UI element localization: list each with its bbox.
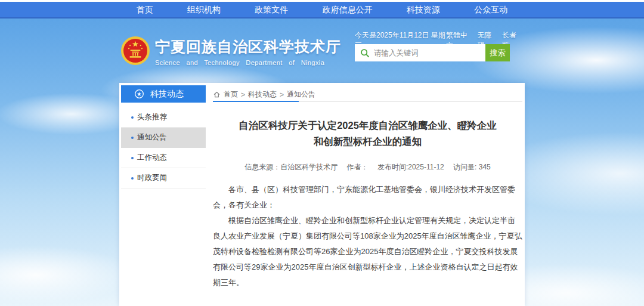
search-box [355,44,485,61]
breadcrumb-separator: > [241,91,245,99]
sidebar-section-title[interactable]: 科技动态 [121,85,206,103]
bullet-dot-icon [131,116,134,119]
article-paragraph: 根据自治区雏鹰企业、瞪羚企业和创新型标杆企业认定管理有关规定，决定认定半亩良人农… [213,213,522,290]
sidebar-title-label: 科技动态 [150,89,184,100]
sidebar: 科技动态 头条推荐 通知公告 工作动态 时政要闻 [121,85,206,188]
meta-publish-time: 发布时间:2025-11-12 [377,163,444,171]
site-logo-link[interactable]: 宁夏回族自治区科学技术厅 Science and Technology Depa… [120,36,341,66]
bullet-dot-icon [131,157,134,159]
meta-source: 信息来源：自治区科学技术厅 [244,163,338,171]
site-title: 宁夏回族自治区科学技术厅 [155,38,341,55]
sidebar-item-work-updates[interactable]: 工作动态 [121,148,206,168]
nav-item-public-interaction[interactable]: 公众互动 [474,5,507,16]
search-icon [360,48,370,58]
meta-author: 作者： [347,163,369,171]
article-title: 自治区科技厅关于认定2025年度自治区雏鹰企业、瞪羚企业 和创新型标杆企业的通知 [213,118,522,150]
page: 首页 组织机构 政策文件 政府信息公开 科技资源 公众互动 宁夏回族自治 [0,0,644,306]
nav-item-gov-info-disclosure[interactable]: 政府信息公开 [323,5,373,16]
sidebar-item-notices[interactable]: 通知公告 [121,128,206,148]
content-card: 科技动态 头条推荐 通知公告 工作动态 时政要闻 [119,83,525,306]
breadcrumb-separator: > [280,91,284,99]
breadcrumb-notices[interactable]: 通知公告 [287,89,315,100]
article-meta: 信息来源：自治区科学技术厅 作者： 发布时间:2025-11-12 访问量: 3… [213,162,522,172]
top-navigation: 首页 组织机构 政策文件 政府信息公开 科技资源 公众互动 [0,2,644,18]
main-content: 首页 > 科技动态 > 通知公告 自治区科技厅关于认定2025年度自治区雏鹰企业… [213,88,522,306]
search-input[interactable] [374,45,485,61]
sidebar-item-political-news[interactable]: 时政要闻 [121,168,206,188]
sidebar-item-label: 时政要闻 [137,173,167,183]
bullet-dot-icon [131,137,134,139]
nav-item-home[interactable]: 首页 [137,5,153,16]
nav-item-sci-tech-resources[interactable]: 科技资源 [407,5,440,16]
article-paragraph: 各市、县（区）科技管理部门，宁东能源化工基地管委会，银川经济技术开发区管委会，各… [213,182,522,213]
sidebar-menu: 头条推荐 通知公告 工作动态 时政要闻 [121,107,206,188]
star-circle-icon [134,89,144,99]
bullet-dot-icon [131,177,134,180]
nav-item-organization[interactable]: 组织机构 [187,5,221,16]
site-subtitle: Science and Technology Department of Nin… [155,59,341,66]
sidebar-item-label: 头条推荐 [137,112,167,122]
breadcrumb: 首页 > 科技动态 > 通知公告 [213,88,522,102]
sidebar-item-label: 工作动态 [137,153,167,163]
article-title-line2: 和创新型标杆企业的通知 [213,134,522,150]
breadcrumb-home[interactable]: 首页 [224,89,238,100]
nav-item-policy-documents[interactable]: 政策文件 [255,5,288,16]
article-title-line1: 自治区科技厅关于认定2025年度自治区雏鹰企业、瞪羚企业 [213,118,522,134]
sidebar-item-headline-recommend[interactable]: 头条推荐 [121,107,206,128]
breadcrumb-sci-tech-news[interactable]: 科技动态 [248,89,277,100]
meta-views: 访问量: 345 [453,163,491,171]
home-icon [213,91,221,98]
brand-text: 宁夏回族自治区科学技术厅 Science and Technology Depa… [155,36,341,66]
article-body: 各市、县（区）科技管理部门，宁东能源化工基地管委会，银川经济技术开发区管委会，各… [213,182,522,290]
search-button[interactable]: 搜索 [485,44,510,61]
breadcrumb-underline [213,101,299,102]
sidebar-item-label: 通知公告 [137,132,167,143]
top-navigation-items: 首页 组织机构 政策文件 政府信息公开 科技资源 公众互动 [119,2,525,18]
search-bar: 搜索 [355,44,510,61]
china-national-emblem-icon [120,36,150,66]
